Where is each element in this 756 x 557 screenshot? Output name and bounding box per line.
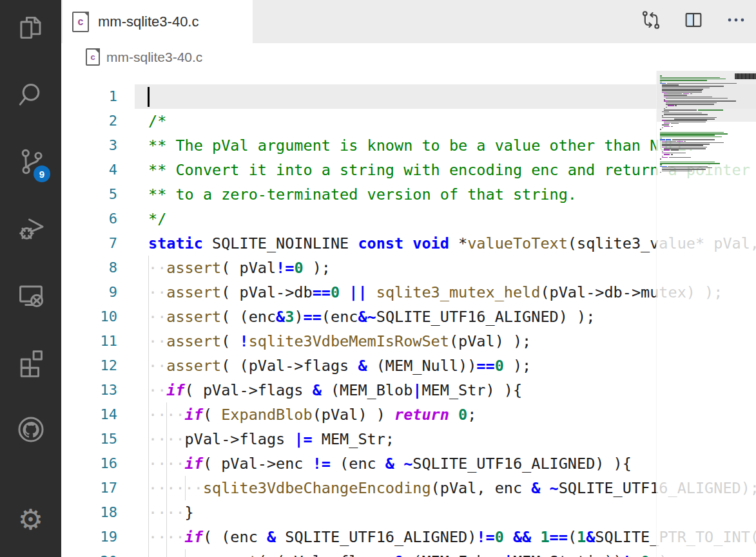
line-number[interactable]: 11 [61,329,117,354]
minimap-code-line [664,148,706,149]
line-number[interactable]: 3 [61,133,117,158]
line-number[interactable]: 4 [61,158,117,182]
activity-bar-item-github[interactable] [0,410,61,451]
code-token: ( (enc [203,525,267,549]
code-token [403,231,412,256]
minimap-code-line [662,144,710,145]
line-number[interactable]: 5 [61,182,117,207]
code-token: 3 [285,305,294,329]
code-token: & [531,476,540,500]
activity-bar-item-remote-explorer[interactable] [0,276,61,317]
code-token: != [476,525,494,549]
code-token: valueToText [467,231,568,256]
code-token: SQLITE_NOINLINE [203,231,358,256]
line-number[interactable]: 2 [61,109,117,133]
code-token: assert [166,329,221,354]
minimap-code-line [662,171,692,172]
code-token [531,525,540,549]
line-number[interactable]: 12 [61,354,117,378]
code-token: assert [166,354,221,378]
code-token: sqlite3VdbeMemIsRowSet [249,329,449,354]
code-token: ( [203,402,221,427]
line-number[interactable]: 9 [61,280,117,305]
minimap-code-line [662,167,712,169]
code-token [504,525,513,549]
code-token: (MEM_Ephem [403,549,504,557]
breadcrumb-file-item[interactable]: c mm-sqlite3-40.c [86,48,202,66]
c-file-icon: c [86,48,100,66]
code-token: if [166,378,184,402]
minimap-code-line [660,135,715,136]
code-token: ~ [403,451,412,476]
minimap-code-line [662,157,668,158]
minimap[interactable] [656,71,756,557]
tab-bar: c mm-sqlite3-40.c [61,0,756,43]
indent-guide: ·· [148,476,166,500]
line-number[interactable]: 19 [61,525,117,549]
line-number[interactable]: 7 [61,231,117,256]
line-number[interactable]: 15 [61,427,117,451]
line-number[interactable]: 17 [61,476,117,500]
code-token: ** to a zero-terminated version of that … [148,182,577,207]
tab-mm-sqlite3-40-c[interactable]: c mm-sqlite3-40.c [63,0,253,43]
line-number[interactable]: 10 [61,305,117,329]
code-token: ( pVal->flags [185,378,313,402]
code-editor[interactable]: 1234567891011121314151617181920 /*** The… [61,71,756,557]
line-number[interactable]: 16 [61,451,117,476]
line-number[interactable]: 14 [61,402,117,427]
minimap-code-line [660,132,724,133]
minimap-code-line [660,137,722,138]
code-token: ( [221,329,239,354]
code-token: MEM_Str; [313,427,394,451]
code-token: ) [294,305,303,329]
minimap-code-line [664,149,670,151]
vscode-window: 9⚙ c mm-sqlite3-40.c c mm-sqlite3-40.c 1… [0,0,756,557]
code-token: if [185,451,203,476]
indent-guide: ·· [166,500,184,525]
code-token: 0 [495,525,504,549]
minimap-code-line [660,158,661,160]
indent-guide: ·· [166,549,184,557]
line-number[interactable]: 20 [61,549,117,557]
line-number[interactable]: 1 [61,84,117,109]
minimap-code-line [660,138,662,139]
activity-bar-item-explorer[interactable] [0,8,61,50]
indent-guide: ·· [166,451,184,476]
activity-bar-item-run-and-debug[interactable] [0,209,61,250]
indent-guide: ·· [148,280,166,305]
indent-guide: ·· [166,476,184,500]
code-token: * [449,231,467,256]
code-token: (pVal, enc [431,476,532,500]
minimap-code-line [666,139,671,140]
indent-guide: ·· [148,378,166,402]
indent-guide: ·· [148,354,166,378]
code-token: ( pVal->enc [203,451,313,476]
line-number[interactable]: 18 [61,500,117,525]
more-actions-button[interactable] [722,8,750,35]
activity-bar-item-manage[interactable]: ⚙ [0,499,61,540]
line-number[interactable]: 8 [61,256,117,280]
activity-bar-item-source-control[interactable]: 9 [0,142,61,184]
code-token: 0 [458,402,467,427]
activity-bar-item-search[interactable] [0,75,61,117]
line-number[interactable]: 13 [61,378,117,402]
split-editor-button[interactable] [680,8,707,35]
activity-bar-item-extensions[interactable] [0,343,61,384]
code-token: ( (pVal->flags [221,354,358,378]
indent-guide: ·· [185,549,203,557]
code-token: if [185,525,203,549]
tab-label: mm-sqlite3-40.c [98,14,199,30]
code-token: (MEM_Null)) [367,354,477,378]
line-number[interactable]: 6 [61,207,117,231]
open-changes-button[interactable] [637,8,664,35]
code-token: 0 [641,549,650,557]
code-token: 0 [495,354,504,378]
code-token: const [358,231,403,256]
indent-guide: ·· [166,402,184,427]
minimap-code-line [666,153,686,154]
code-token: && [513,525,531,549]
github-icon [16,415,46,447]
text-cursor [148,87,150,107]
minimap-code-line [662,169,706,170]
code-token: assert [203,549,258,557]
